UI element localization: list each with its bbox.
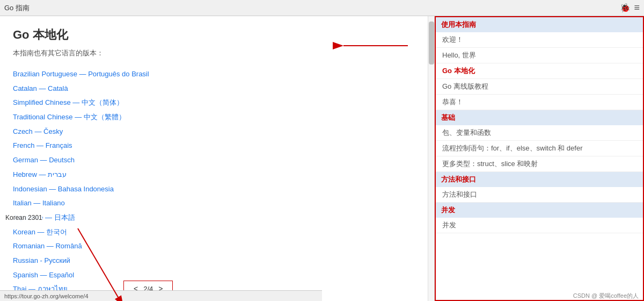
subtitle: 本指南也有其它语言的版本： — [13, 48, 423, 58]
sidebar-item[interactable]: 并发 — [436, 218, 643, 233]
sidebar-item[interactable]: 更多类型：struct、slice 和映射 — [436, 156, 643, 172]
scrollbar[interactable] — [428, 16, 434, 301]
sidebar-item[interactable]: Go 本地化 — [436, 63, 643, 79]
list-item: Hebrew — עברית — [13, 167, 423, 182]
language-link[interactable]: Catalan — Català — [13, 84, 68, 92]
sidebar-item[interactable]: 恭喜！ — [436, 95, 643, 110]
korean-annotation: Korean 2301 — [5, 214, 42, 221]
status-bar: https://tour.go-zh.org/welcome/4 — [0, 290, 322, 301]
language-link[interactable]: Brazilian Portuguese — Português do Bras… — [13, 70, 149, 78]
list-item: Brazilian Portuguese — Português do Bras… — [13, 67, 423, 81]
status-url: https://tour.go-zh.org/welcome/4 — [4, 293, 89, 299]
list-item: Russian - Русский — [13, 253, 423, 268]
language-link[interactable]: Italian — Italiano — [13, 199, 65, 207]
language-link[interactable]: French — Français — [13, 141, 72, 149]
right-sidebar: 使用本指南欢迎！Hello, 世界Go 本地化Go 离线版教程恭喜！基础包、变量… — [435, 16, 644, 301]
language-link[interactable]: Russian - Русский — [13, 256, 70, 264]
page-title: Go 本地化 — [13, 27, 423, 43]
language-link[interactable]: Romanian — Română — [13, 242, 82, 250]
list-item: Catalan — Català — [13, 81, 423, 96]
sidebar-item[interactable]: 欢迎！ — [436, 32, 643, 48]
language-link[interactable]: Czech — Česky — [13, 127, 63, 135]
main-content: Go 本地化 本指南也有其它语言的版本： Brazilian Portugues… — [0, 16, 435, 301]
sidebar-section-header: 方法和接口 — [436, 172, 643, 187]
language-link[interactable]: Korean — 한국어 — [13, 228, 67, 236]
list-item: Korean — 한국어 — [13, 225, 423, 239]
sidebar-item[interactable]: 包、变量和函数 — [436, 125, 643, 141]
language-link[interactable]: Spanish — Español — [13, 271, 74, 279]
list-item: French — Français — [13, 138, 423, 153]
sidebar-section-header: 并发 — [436, 203, 643, 218]
language-list: Brazilian Portuguese — Português do Bras… — [13, 67, 423, 301]
language-link[interactable]: Traditional Chinese — 中文（繁體） — [13, 113, 126, 121]
list-item: Spanish — Español — [13, 268, 423, 282]
list-item: Japanese — 日本語 — [13, 210, 423, 225]
language-link[interactable]: Hebrew — עברית — [13, 170, 67, 178]
list-item: Indonesian — Bahasa Indonesia — [13, 182, 423, 196]
language-link[interactable]: Indonesian — Bahasa Indonesia — [13, 185, 114, 193]
list-item: Traditional Chinese — 中文（繁體） — [13, 110, 423, 124]
list-icon[interactable]: ≡ — [634, 2, 640, 13]
sidebar-item[interactable]: Go 离线版教程 — [436, 79, 643, 95]
list-item: Czech — Česky — [13, 124, 423, 139]
sidebar-item[interactable]: 流程控制语句：for、if、else、switch 和 defer — [436, 141, 643, 156]
attribution: CSDN @ 爱喝coffee的人 — [573, 292, 639, 300]
language-link[interactable]: Simplified Chinese — 中文（简体） — [13, 98, 123, 106]
list-item: Romanian — Română — [13, 239, 423, 253]
sidebar-item[interactable]: Hello, 世界 — [436, 48, 643, 63]
sidebar-section-header: 基础 — [436, 110, 643, 125]
bug-icon[interactable]: 🐞 — [620, 3, 631, 13]
sidebar-section-header: 使用本指南 — [436, 17, 643, 32]
sidebar-item[interactable]: 方法和接口 — [436, 187, 643, 203]
titlebar: Go 指南 🐞 ≡ — [0, 0, 644, 16]
list-item: Simplified Chinese — 中文（简体） — [13, 95, 423, 110]
titlebar-title: Go 指南 — [4, 3, 30, 13]
language-link[interactable]: German — Deutsch — [13, 156, 75, 164]
list-item: Italian — Italiano — [13, 196, 423, 210]
list-item: German — Deutsch — [13, 153, 423, 167]
